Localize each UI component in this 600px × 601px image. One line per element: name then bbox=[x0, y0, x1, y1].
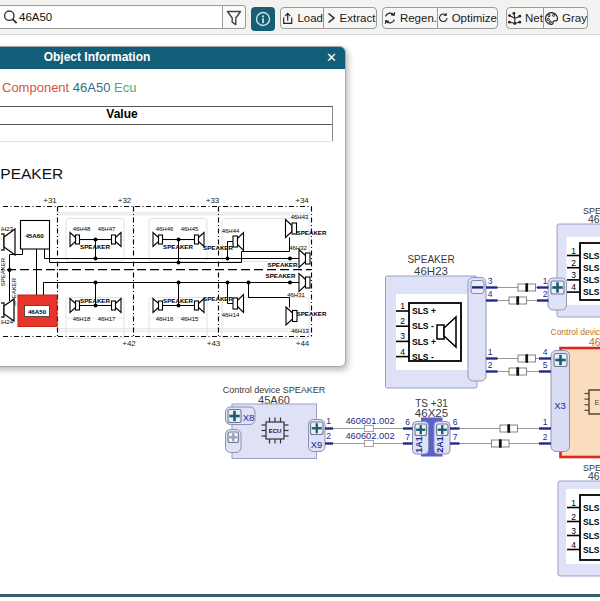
svg-text:3: 3 bbox=[571, 270, 576, 280]
svg-text:+34: +34 bbox=[295, 196, 309, 205]
svg-text:SPEAKER: SPEAKER bbox=[1, 257, 6, 286]
svg-text:2: 2 bbox=[571, 512, 576, 522]
svg-text:46A50: 46A50 bbox=[28, 308, 47, 315]
svg-text:1: 1 bbox=[543, 276, 548, 286]
svg-text:2: 2 bbox=[488, 360, 493, 370]
svg-text:46H46: 46H46 bbox=[156, 226, 174, 232]
svg-text:46H48: 46H48 bbox=[73, 226, 91, 232]
svg-text:7: 7 bbox=[453, 432, 458, 442]
svg-text:SPEAKER: SPEAKER bbox=[163, 297, 193, 304]
svg-text:2A1: 2A1 bbox=[435, 436, 445, 453]
svg-text:SLS +: SLS + bbox=[583, 531, 600, 541]
svg-text:X8: X8 bbox=[243, 412, 255, 423]
svg-text:46H31: 46H31 bbox=[287, 292, 305, 298]
svg-text:4: 4 bbox=[543, 347, 548, 357]
svg-text:1: 1 bbox=[571, 498, 576, 508]
svg-text:46H24: 46H24 bbox=[1, 319, 14, 325]
svg-text:E: E bbox=[594, 398, 599, 407]
svg-text:1: 1 bbox=[400, 301, 405, 311]
svg-text:4: 4 bbox=[571, 282, 576, 292]
svg-text:2: 2 bbox=[326, 431, 331, 441]
svg-text:+43: +43 bbox=[207, 339, 221, 348]
svg-text:4: 4 bbox=[400, 347, 405, 357]
svg-text:4: 4 bbox=[571, 540, 576, 550]
svg-text:2: 2 bbox=[400, 316, 405, 326]
svg-text:SLS +: SLS + bbox=[583, 275, 600, 285]
svg-text:+31: +31 bbox=[43, 196, 57, 205]
svg-text:SPEAKER: SPEAKER bbox=[80, 297, 110, 304]
svg-text:46H45: 46H45 bbox=[181, 226, 199, 232]
svg-text:SLS -: SLS - bbox=[412, 352, 434, 362]
svg-text:2: 2 bbox=[571, 258, 576, 268]
svg-text:46H43: 46H43 bbox=[291, 214, 309, 220]
svg-text:46A40: 46A40 bbox=[589, 336, 600, 348]
svg-text:46H23: 46H23 bbox=[414, 265, 448, 277]
svg-text:+32: +32 bbox=[118, 196, 132, 205]
svg-text:SPEAKER: SPEAKER bbox=[80, 243, 110, 250]
svg-text:46X25: 46X25 bbox=[415, 407, 448, 419]
svg-text:460602.002: 460602.002 bbox=[345, 431, 394, 441]
svg-text:4: 4 bbox=[488, 289, 493, 299]
svg-text:46H13: 46H13 bbox=[291, 328, 309, 334]
svg-text:+42: +42 bbox=[122, 339, 136, 348]
svg-text:46H44: 46H44 bbox=[222, 228, 240, 234]
svg-text:3: 3 bbox=[488, 276, 493, 286]
svg-text:2: 2 bbox=[543, 289, 548, 299]
svg-text:+44: +44 bbox=[296, 339, 310, 348]
svg-text:45A60: 45A60 bbox=[25, 232, 44, 239]
svg-text:SLS +: SLS + bbox=[583, 517, 600, 527]
svg-text:SPEAKER: SPEAKER bbox=[203, 244, 233, 251]
svg-text:SPEAKER: SPEAKER bbox=[163, 243, 193, 250]
svg-text:7: 7 bbox=[405, 432, 410, 442]
svg-text:X9: X9 bbox=[311, 439, 323, 450]
svg-text:SPEAKER: SPEAKER bbox=[297, 310, 327, 317]
svg-text:46H18: 46H18 bbox=[73, 316, 91, 322]
svg-text:+33: +33 bbox=[206, 196, 220, 205]
svg-text:1: 1 bbox=[543, 417, 548, 427]
svg-text:SLS +: SLS + bbox=[583, 263, 600, 273]
svg-text:460601.002: 460601.002 bbox=[345, 416, 394, 426]
svg-text:6: 6 bbox=[453, 417, 458, 427]
svg-text:SLS +: SLS + bbox=[583, 545, 600, 555]
svg-text:SLS +: SLS + bbox=[412, 337, 436, 347]
svg-text:SPEAKER: SPEAKER bbox=[268, 261, 298, 268]
svg-text:SLS +: SLS + bbox=[583, 287, 600, 297]
svg-text:SLS +: SLS + bbox=[583, 503, 600, 513]
svg-text:1: 1 bbox=[326, 416, 331, 426]
svg-text:1: 1 bbox=[571, 246, 576, 256]
svg-text:6: 6 bbox=[405, 417, 410, 427]
svg-text:SPEAKER: SPEAKER bbox=[1, 165, 63, 182]
svg-text:X3: X3 bbox=[554, 400, 566, 411]
svg-text:46H32: 46H32 bbox=[289, 245, 307, 251]
svg-text:SLS -: SLS - bbox=[412, 321, 434, 331]
svg-text:SLS +: SLS + bbox=[583, 251, 600, 261]
svg-text:SPEAKER: SPEAKER bbox=[297, 229, 327, 236]
svg-text:46H21: 46H21 bbox=[588, 470, 600, 482]
svg-text:46H22: 46H22 bbox=[588, 213, 600, 225]
svg-text:SPEAKER: SPEAKER bbox=[407, 254, 454, 265]
svg-text:46H23: 46H23 bbox=[1, 226, 14, 232]
svg-text:SPEAKER: SPEAKER bbox=[266, 272, 296, 279]
svg-text:46H14: 46H14 bbox=[222, 312, 240, 318]
svg-text:1A1: 1A1 bbox=[414, 436, 424, 453]
svg-text:ECU: ECU bbox=[269, 428, 282, 434]
svg-text:46H47: 46H47 bbox=[98, 226, 116, 232]
svg-text:3: 3 bbox=[571, 526, 576, 536]
svg-text:46H15: 46H15 bbox=[181, 316, 199, 322]
svg-text:46H16: 46H16 bbox=[156, 316, 174, 322]
svg-text:1: 1 bbox=[488, 347, 493, 357]
svg-text:2: 2 bbox=[543, 432, 548, 442]
svg-text:5: 5 bbox=[543, 360, 548, 370]
svg-text:46H17: 46H17 bbox=[98, 316, 116, 322]
svg-text:SPEAKER: SPEAKER bbox=[203, 295, 233, 302]
svg-text:3: 3 bbox=[400, 331, 405, 341]
svg-text:SLS +: SLS + bbox=[412, 306, 436, 316]
